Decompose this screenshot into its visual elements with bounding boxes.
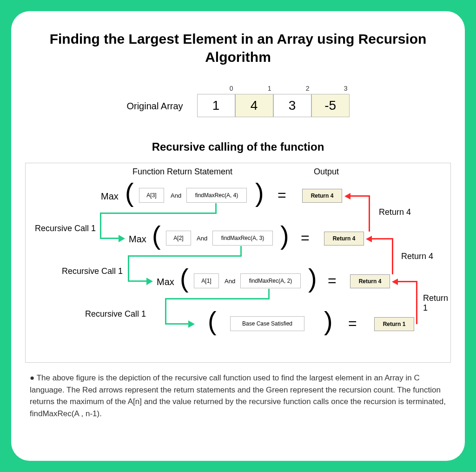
max-label: Max [157, 277, 174, 287]
green-arrow [100, 213, 101, 239]
green-arrow [240, 246, 242, 256]
red-arrow [350, 195, 370, 197]
array-value: 3 [273, 94, 311, 117]
green-arrow [165, 298, 166, 324]
array-index: 3 [344, 85, 348, 92]
output-chip: Return 4 [350, 274, 390, 288]
paren-open: ( [125, 177, 134, 207]
green-arrowhead-icon [119, 235, 125, 242]
equals: = [278, 186, 286, 204]
header-func: Function Return Statement [132, 167, 232, 177]
green-arrow [100, 238, 119, 239]
paren-open: ( [208, 306, 217, 336]
green-arrowhead-icon [188, 320, 195, 328]
array-index: 2 [306, 85, 310, 92]
red-arrow [416, 281, 417, 324]
equals: = [348, 315, 357, 332]
array-cells: 0 1 1 4 2 3 3 -5 [197, 85, 350, 117]
array-index: 0 [230, 85, 233, 92]
equals: = [301, 229, 310, 246]
card: Finding the Largest Element in an Array … [11, 11, 465, 461]
red-arrowhead-icon [366, 236, 372, 242]
and-label: And [171, 192, 181, 199]
red-arrow [392, 238, 393, 274]
max-label: Max [129, 234, 146, 245]
array-cell-0: 0 1 [197, 85, 235, 117]
recursive-call-label: Recursive Call 1 [85, 309, 146, 319]
green-arrow [100, 213, 217, 214]
recursive-call-label: Recursive Call 1 [62, 266, 123, 276]
array-index: 1 [268, 85, 271, 92]
red-arrow [369, 195, 370, 232]
array-cell-2: 2 3 [273, 85, 311, 117]
equals: = [328, 272, 337, 289]
paren-close: ) [324, 306, 333, 336]
red-arrow [397, 281, 417, 282]
and-label: And [197, 235, 207, 242]
func-chip: findMaxRec(A, 4) [186, 188, 247, 203]
base-chip: Base Case Satisfied [230, 316, 304, 331]
red-arrowhead-icon [392, 279, 398, 285]
array-value: 1 [197, 94, 235, 117]
green-arrow [215, 203, 217, 213]
max-label: Max [101, 191, 119, 202]
subtitle: Recursive calling of the function [25, 140, 451, 153]
array-cell-3: 3 -5 [311, 85, 350, 117]
green-arrow [165, 323, 189, 325]
and-label: And [225, 278, 235, 285]
recursive-call-label: Recursive Call 1 [35, 224, 96, 233]
explanation-text: The above figure is the depiction of the… [25, 372, 451, 419]
paren-open: ( [152, 220, 161, 250]
array-label: Original Array [126, 101, 183, 112]
green-arrow [165, 298, 270, 299]
page-title: Finding the Largest Element in an Array … [25, 30, 451, 66]
paren-open: ( [180, 263, 189, 293]
output-chip: Return 1 [374, 317, 414, 331]
paren-close: ) [308, 263, 317, 293]
array-value: -5 [311, 94, 350, 117]
header-output: Output [314, 167, 339, 177]
return-label: Return 4 [401, 252, 433, 261]
green-arrow [128, 255, 242, 257]
func-chip: findMaxRec(A, 3) [212, 231, 273, 246]
arg-chip: A[3] [139, 188, 164, 203]
green-arrowhead-icon [146, 278, 153, 285]
recursion-diagram: Function Return Statement Output Max ( A… [25, 163, 451, 363]
green-arrow [128, 280, 147, 282]
return-label: Return 4 [379, 207, 411, 217]
paren-close: ) [280, 220, 289, 250]
arg-chip: A[1] [194, 273, 219, 288]
green-arrow [268, 289, 270, 299]
array-cell-1: 1 4 [235, 85, 273, 117]
red-arrow [371, 238, 393, 239]
original-array-section: Original Array 0 1 1 4 2 3 3 -5 [25, 85, 451, 117]
green-arrow [128, 255, 129, 281]
paren-close: ) [255, 177, 264, 207]
output-chip: Return 4 [302, 189, 342, 203]
array-value: 4 [235, 94, 273, 117]
output-chip: Return 4 [324, 232, 364, 246]
red-arrowhead-icon [344, 193, 350, 199]
arg-chip: A[2] [166, 231, 191, 246]
return-label: Return 1 [423, 293, 450, 313]
func-chip: findMaxRec(A, 2) [240, 273, 301, 288]
